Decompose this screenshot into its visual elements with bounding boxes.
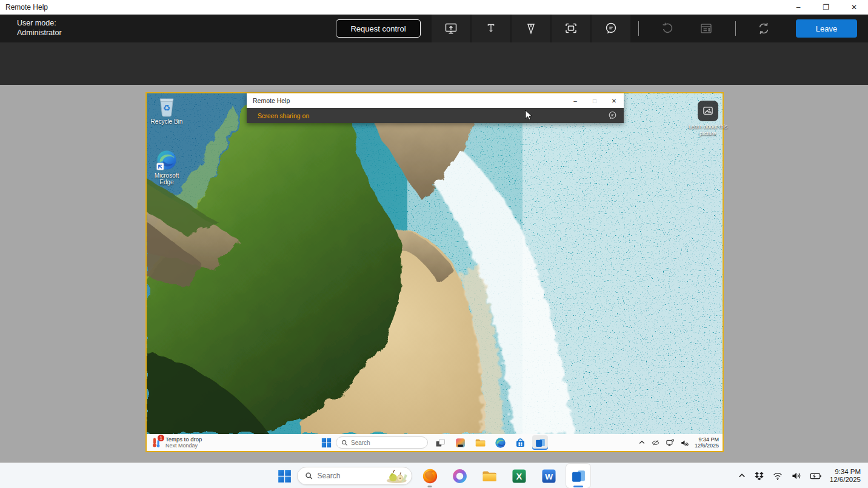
session-toolbar: User mode: Administrator Request control <box>0 15 868 42</box>
taskbar-app-store[interactable] <box>512 435 528 450</box>
laser-pointer-button[interactable] <box>472 15 510 42</box>
remote-help-app-window: Remote Help – ❐ ✕ User mode: Administrat… <box>0 0 868 488</box>
running-indicator <box>573 486 583 487</box>
widget-subtitle: Next Monday <box>165 443 202 449</box>
chat-button[interactable] <box>592 15 630 42</box>
remote-search-input[interactable] <box>351 440 412 446</box>
remote-desktop-wallpaper <box>147 93 723 434</box>
annotate-button[interactable] <box>512 15 550 42</box>
screen-sharing-status: Screen sharing on <box>247 112 309 119</box>
display-icon[interactable] <box>666 438 675 447</box>
host-taskbar-center <box>278 463 590 488</box>
firefox-icon <box>422 468 438 484</box>
minimize-button[interactable]: – <box>566 93 585 108</box>
wifi-icon[interactable] <box>772 470 783 481</box>
word-icon <box>541 468 557 484</box>
taskbar-app-file-explorer[interactable] <box>477 464 501 488</box>
remote-system-tray: 9:34 PM 12/6/2025 <box>638 434 719 451</box>
taskbar-app-word[interactable] <box>536 464 561 488</box>
chat-icon[interactable] <box>607 110 618 121</box>
copilot-m365-icon <box>455 437 466 449</box>
search-icon <box>305 472 313 480</box>
file-explorer-icon <box>481 468 498 484</box>
widget-title: Temps to drop <box>165 436 202 443</box>
laser-pointer-icon <box>484 21 498 36</box>
host-date: 12/6/2025 <box>830 476 861 484</box>
chevron-up-icon[interactable] <box>738 472 746 480</box>
host-search-box[interactable] <box>297 467 412 485</box>
taskbar-app-firefox[interactable] <box>418 464 442 488</box>
taskbar-app-edge[interactable] <box>492 435 508 450</box>
restart-icon <box>660 21 675 36</box>
restore-button[interactable]: ❐ <box>812 0 840 15</box>
dropbox-icon[interactable] <box>754 471 764 481</box>
remote-shared-screen[interactable]: ♻ Recycle Bin Microsoft Edge <box>145 92 724 452</box>
start-button[interactable] <box>278 469 292 483</box>
user-mode-value: Administrator <box>17 28 62 38</box>
host-search-input[interactable] <box>317 472 381 480</box>
taskbar-app-copilot[interactable] <box>447 464 472 488</box>
user-mode-label: User mode: <box>17 18 62 28</box>
restart-button-disabled <box>650 15 684 42</box>
minimize-button[interactable]: – <box>784 0 812 15</box>
picture-icon <box>702 105 714 117</box>
annotate-pen-icon <box>524 21 538 36</box>
session-stage: ♻ Recycle Bin Microsoft Edge <box>0 85 868 463</box>
taskbar-app-copilot-m365[interactable] <box>452 435 468 450</box>
wallpaper-art <box>147 93 723 434</box>
request-control-label: Request control <box>350 24 406 33</box>
start-button[interactable] <box>321 438 332 448</box>
refresh-button[interactable] <box>747 15 781 42</box>
leave-button[interactable]: Leave <box>796 19 857 38</box>
desktop-icon-label: Microsoft Edge <box>148 172 185 186</box>
volume-icon[interactable] <box>791 470 802 481</box>
host-clock[interactable]: 9:34 PM 12/6/2025 <box>830 468 861 484</box>
picture-chip <box>698 101 718 121</box>
remote-inner-window[interactable]: Remote Help – □ ✕ Screen sharing on <box>247 93 624 123</box>
learn-about-label: Learn about this picture <box>688 124 728 137</box>
taskbar-app-remote-help-active[interactable] <box>566 464 590 488</box>
desktop-icon-label: Recycle Bin <box>151 118 183 125</box>
battery-charging-icon[interactable] <box>810 471 822 481</box>
search-highlight-image-pears <box>385 468 409 484</box>
host-time: 9:34 PM <box>830 468 861 476</box>
taskbar-app-file-explorer[interactable] <box>472 435 488 450</box>
weather-widget[interactable]: 1 Temps to drop Next Monday <box>150 434 202 451</box>
taskbar-app-remote-help-active[interactable] <box>532 435 548 450</box>
file-explorer-icon <box>475 437 486 449</box>
volume-mute-icon[interactable] <box>680 438 689 447</box>
copilot-icon <box>452 468 468 484</box>
remote-inner-controls: – □ ✕ <box>566 93 624 108</box>
remote-inner-title: Remote Help <box>247 97 290 104</box>
remote-clock[interactable]: 9:34 PM 12/6/2025 <box>695 436 719 449</box>
learn-about-picture[interactable]: Learn about this picture <box>688 101 728 137</box>
svg-text:♻: ♻ <box>163 103 171 113</box>
share-screen-button[interactable] <box>432 15 470 42</box>
host-window-controls: – ❐ ✕ <box>784 0 868 15</box>
actual-size-icon <box>564 21 578 36</box>
remote-taskbar-center <box>321 434 548 451</box>
remote-taskbar: 1 Temps to drop Next Monday <box>147 434 723 451</box>
host-taskbar: 9:34 PM 12/6/2025 <box>0 463 868 488</box>
stage-upper-band <box>0 42 868 85</box>
maximize-button-disabled: □ <box>585 93 604 108</box>
host-titlebar: Remote Help – ❐ ✕ <box>0 0 868 15</box>
desktop-icon-recycle-bin[interactable]: ♻ Recycle Bin <box>148 96 185 125</box>
close-button[interactable]: ✕ <box>604 93 624 108</box>
host-system-tray: 9:34 PM 12/6/2025 <box>738 463 861 488</box>
toolbar-divider <box>638 21 639 36</box>
close-button[interactable]: ✕ <box>840 0 868 15</box>
edge-icon <box>495 437 506 449</box>
running-indicator <box>428 486 432 487</box>
taskbar-app-excel[interactable] <box>507 464 531 488</box>
excel-icon <box>511 468 527 484</box>
remote-search-box[interactable] <box>336 436 428 449</box>
chevron-up-icon[interactable] <box>638 439 646 446</box>
taskbar-app-task-view[interactable] <box>432 435 448 450</box>
user-mode: User mode: Administrator <box>17 18 62 38</box>
toolbar-divider <box>735 21 736 36</box>
desktop-icon-microsoft-edge[interactable]: Microsoft Edge <box>148 149 185 186</box>
eye-off-icon[interactable] <box>651 438 660 447</box>
actual-size-button[interactable] <box>552 15 590 42</box>
request-control-button[interactable]: Request control <box>336 19 421 38</box>
